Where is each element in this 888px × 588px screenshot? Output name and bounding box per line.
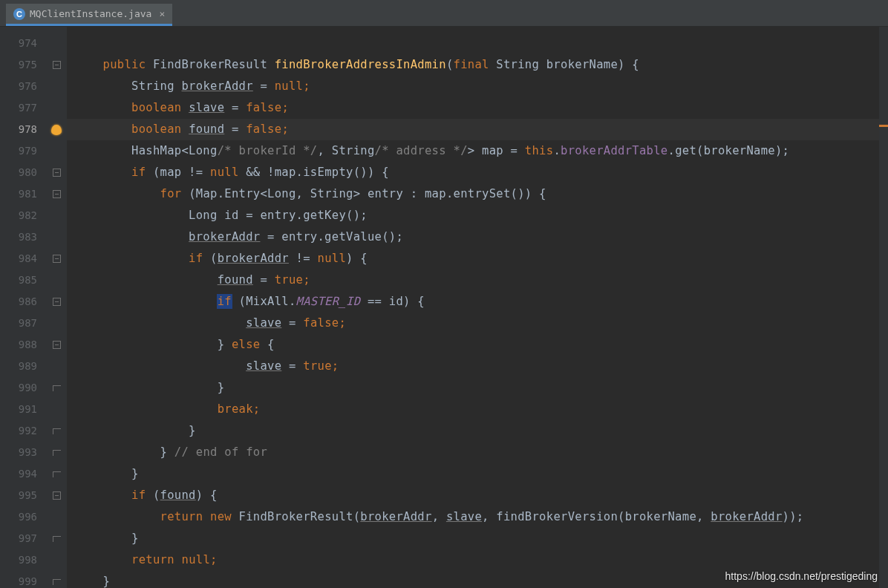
- fold-row: [46, 248, 67, 270]
- left-margin: [0, 27, 6, 588]
- fold-row: [46, 571, 67, 588]
- code-line: boolean slave = false;: [67, 97, 879, 119]
- fold-row: [46, 270, 67, 291]
- fold-toggle-icon[interactable]: [53, 341, 61, 349]
- line-number[interactable]: 988: [6, 334, 46, 356]
- line-number[interactable]: 979: [6, 140, 46, 162]
- fold-row: [46, 76, 67, 97]
- line-number[interactable]: 987: [6, 313, 46, 334]
- fold-row: [46, 226, 67, 248]
- fold-toggle-icon[interactable]: [53, 169, 61, 177]
- code-line: }: [67, 420, 879, 442]
- line-number[interactable]: 976: [6, 76, 46, 97]
- code-line: String brokerAddr = null;: [67, 76, 879, 97]
- code-line: found = true;: [67, 270, 879, 291]
- line-number[interactable]: 982: [6, 205, 46, 226]
- line-number[interactable]: 992: [6, 420, 46, 442]
- fold-row: [46, 162, 67, 183]
- code-line: HashMap<Long/* brokerId */, String/* add…: [67, 140, 879, 162]
- intention-bulb-icon[interactable]: [51, 125, 62, 135]
- line-number[interactable]: 998: [6, 549, 46, 571]
- fold-row: [46, 356, 67, 377]
- line-number[interactable]: 981: [6, 183, 46, 205]
- fold-row: [46, 420, 67, 442]
- line-number[interactable]: 977: [6, 97, 46, 119]
- code-line: }: [67, 377, 879, 399]
- line-number[interactable]: 974: [6, 33, 46, 54]
- code-line-current: boolean found = false;: [67, 119, 879, 140]
- code-line: [67, 33, 879, 54]
- fold-row: [46, 205, 67, 226]
- fold-row: [46, 463, 67, 485]
- fold-end-icon: [53, 579, 61, 585]
- watermark: https://blog.csdn.net/prestigeding: [725, 570, 878, 582]
- line-number[interactable]: 999: [6, 571, 46, 588]
- fold-row: [46, 97, 67, 119]
- code-line: return null;: [67, 549, 879, 571]
- fold-end-icon: [53, 450, 61, 456]
- code-line: }: [67, 463, 879, 485]
- code-line: if (MixAll.MASTER_ID == id) {: [67, 291, 879, 313]
- code-line: if (brokerAddr != null) {: [67, 248, 879, 270]
- code-line: if (map != null && !map.isEmpty()) {: [67, 162, 879, 183]
- tab-bar: C MQClientInstance.java ×: [0, 0, 888, 27]
- fold-row: [46, 291, 67, 313]
- fold-end-icon: [53, 536, 61, 542]
- warning-mark[interactable]: [879, 125, 888, 127]
- line-number[interactable]: 997: [6, 528, 46, 549]
- line-number[interactable]: 984: [6, 248, 46, 270]
- code-line: slave = false;: [67, 313, 879, 334]
- class-file-icon: C: [13, 8, 25, 20]
- code-line: break;: [67, 399, 879, 420]
- line-number[interactable]: 980: [6, 162, 46, 183]
- code-line: for (Map.Entry<Long, String> entry : map…: [67, 183, 879, 205]
- fold-toggle-icon[interactable]: [53, 491, 61, 500]
- fold-row: [46, 119, 67, 140]
- fold-toggle-icon[interactable]: [53, 190, 61, 198]
- fold-toggle-icon[interactable]: [53, 298, 61, 306]
- fold-row: [46, 140, 67, 162]
- line-number[interactable]: 989: [6, 356, 46, 377]
- fold-row: [46, 313, 67, 334]
- fold-row: [46, 183, 67, 205]
- line-number[interactable]: 996: [6, 506, 46, 528]
- line-number-gutter[interactable]: 9749759769779789799809819829839849859869…: [6, 27, 46, 588]
- tab-mqclientinstance[interactable]: C MQClientInstance.java ×: [6, 4, 172, 26]
- fold-row: [46, 377, 67, 399]
- editor: 9749759769779789799809819829839849859869…: [0, 27, 888, 588]
- fold-row: [46, 442, 67, 463]
- fold-row: [46, 334, 67, 356]
- line-number[interactable]: 994: [6, 463, 46, 485]
- code-line: slave = true;: [67, 356, 879, 377]
- fold-toggle-icon[interactable]: [53, 255, 61, 263]
- fold-end-icon: [53, 428, 61, 434]
- line-number[interactable]: 975: [6, 54, 46, 76]
- code-line: }: [67, 528, 879, 549]
- fold-row: [46, 549, 67, 571]
- code-line: } else {: [67, 334, 879, 356]
- fold-column[interactable]: [46, 27, 67, 588]
- fold-toggle-icon[interactable]: [53, 61, 61, 69]
- code-line: } // end of for: [67, 442, 879, 463]
- fold-row: [46, 485, 67, 506]
- code-line: if (found) {: [67, 485, 879, 506]
- fold-row: [46, 33, 67, 54]
- fold-row: [46, 399, 67, 420]
- code-area[interactable]: public FindBrokerResult findBrokerAddres…: [67, 27, 879, 588]
- fold-end-icon: [53, 471, 61, 477]
- code-line: Long id = entry.getKey();: [67, 205, 879, 226]
- line-number[interactable]: 995: [6, 485, 46, 506]
- code-line: public FindBrokerResult findBrokerAddres…: [67, 54, 879, 76]
- line-number[interactable]: 986: [6, 291, 46, 313]
- code-line: return new FindBrokerResult(brokerAddr, …: [67, 506, 879, 528]
- fold-row: [46, 528, 67, 549]
- close-icon[interactable]: ×: [159, 8, 165, 19]
- line-number[interactable]: 991: [6, 399, 46, 420]
- tab-filename: MQClientInstance.java: [30, 8, 151, 19]
- line-number[interactable]: 985: [6, 270, 46, 291]
- line-number[interactable]: 990: [6, 377, 46, 399]
- line-number[interactable]: 978: [6, 119, 46, 140]
- line-number[interactable]: 993: [6, 442, 46, 463]
- line-number[interactable]: 983: [6, 226, 46, 248]
- right-error-strip[interactable]: [879, 27, 888, 588]
